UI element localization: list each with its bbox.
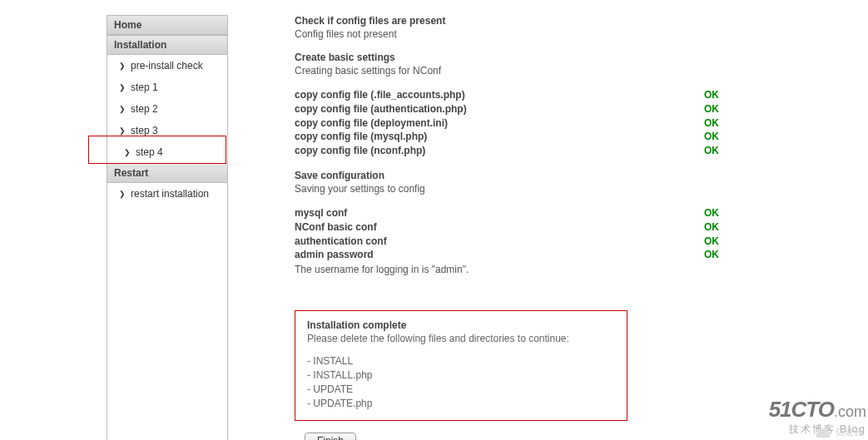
row-label: authentication conf (295, 235, 387, 249)
sidebar-item-label: restart installation (131, 188, 209, 200)
conf-row: authentication confOK (295, 235, 719, 249)
sidebar-item-step2[interactable]: ❯step 2 (107, 98, 227, 120)
row-label: copy config file (authentication.php) (295, 102, 467, 116)
row-label: copy config file (.file_accounts.php) (295, 88, 465, 102)
nav-header-restart: Restart (107, 163, 227, 183)
row-label: admin password (295, 248, 374, 262)
sidebar-item-step1[interactable]: ❯step 1 (107, 77, 227, 98)
copy-row: copy config file (deployment.ini)OK (295, 116, 719, 131)
status-ok: OK (704, 102, 719, 116)
save-msg: Saving your settings to config (295, 183, 719, 195)
sidebar-item-label: step 1 (131, 82, 158, 93)
watermark-alt-text: 亿速云 (836, 426, 863, 438)
delete-file: - INSTALL (307, 354, 615, 368)
row-label: copy config file (deployment.ini) (295, 116, 448, 131)
sidebar-item-label: step 4 (136, 146, 163, 158)
complete-msg: Please delete the following files and di… (307, 333, 615, 344)
status-ok: OK (704, 144, 719, 158)
save-title: Save configuration (295, 170, 719, 181)
row-label: mysql conf (295, 206, 347, 220)
create-title: Create basic settings (295, 52, 719, 63)
cloud-icon (814, 427, 832, 438)
conf-row: NConf basic confOK (295, 220, 719, 235)
copy-row: copy config file (nconf.php)OK (295, 144, 719, 158)
watermark-yisuyun: 亿速云 (814, 426, 863, 438)
main-content: Check if config files are present Config… (295, 15, 719, 440)
sidebar-item-restart[interactable]: ❯restart installation (107, 183, 227, 205)
chevron-right-icon: ❯ (119, 106, 126, 113)
conf-row: admin passwordOK (295, 248, 719, 262)
copy-row: copy config file (mysql.php)OK (295, 130, 719, 144)
nav-header-installation: Installation (107, 35, 227, 55)
copy-row: copy config file (.file_accounts.php)OK (295, 88, 719, 102)
delete-file: - INSTALL.php (307, 368, 615, 383)
row-label: copy config file (mysql.php) (295, 130, 427, 144)
chevron-right-icon: ❯ (119, 84, 126, 91)
login-note: The username for logging in is "admin". (295, 264, 719, 275)
complete-title: Installation complete (307, 319, 615, 331)
sidebar-item-preinstall[interactable]: ❯pre-install check (107, 55, 227, 77)
status-ok: OK (704, 248, 719, 262)
chevron-right-icon: ❯ (119, 190, 126, 198)
status-ok: OK (704, 235, 719, 249)
status-ok: OK (704, 88, 719, 102)
nav-header-home[interactable]: Home (107, 16, 227, 35)
sidebar-item-step3[interactable]: ❯step 3 (107, 120, 227, 141)
check-msg: Config files not present (295, 28, 719, 40)
finish-button[interactable]: Finish (305, 433, 356, 440)
row-label: NConf basic conf (295, 220, 377, 235)
check-title: Check if config files are present (295, 15, 719, 27)
copy-row: copy config file (authentication.php)OK (295, 102, 719, 116)
conf-row: mysql confOK (295, 206, 719, 220)
installation-complete-box: Installation complete Please delete the … (295, 310, 627, 421)
delete-file: - UPDATE (307, 383, 615, 397)
status-ok: OK (704, 130, 719, 144)
chevron-right-icon: ❯ (119, 62, 126, 70)
sidebar-item-step4[interactable]: ❯step 4 (107, 141, 227, 163)
create-msg: Creating basic settings for NConf (295, 65, 719, 77)
sidebar-item-label: step 2 (131, 103, 158, 115)
status-ok: OK (704, 206, 719, 220)
chevron-right-icon: ❯ (124, 149, 131, 156)
delete-file: - UPDATE.php (307, 397, 615, 411)
sidebar-item-label: step 3 (131, 125, 158, 136)
status-ok: OK (704, 116, 719, 131)
status-ok: OK (704, 220, 719, 235)
chevron-right-icon: ❯ (119, 127, 126, 135)
sidebar-nav: Home Installation ❯pre-install check ❯st… (107, 15, 228, 440)
row-label: copy config file (nconf.php) (295, 144, 425, 158)
sidebar-item-label: pre-install check (131, 60, 203, 72)
